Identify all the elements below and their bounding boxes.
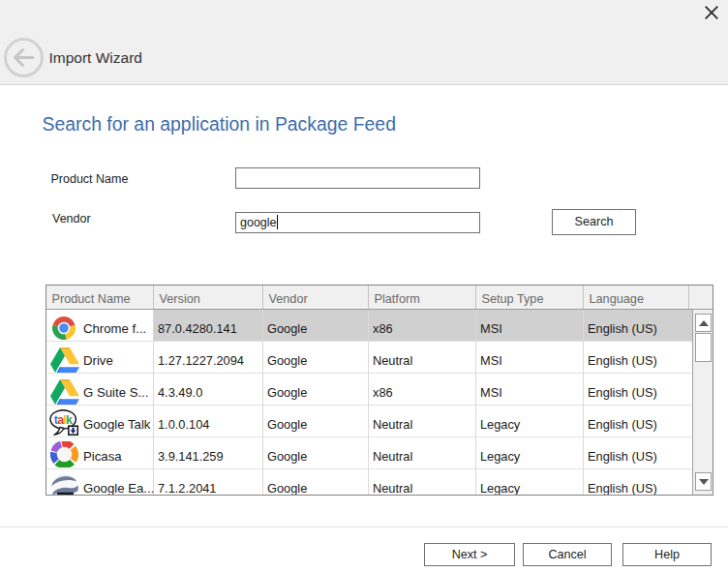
svg-text:talk: talk [54,413,73,427]
